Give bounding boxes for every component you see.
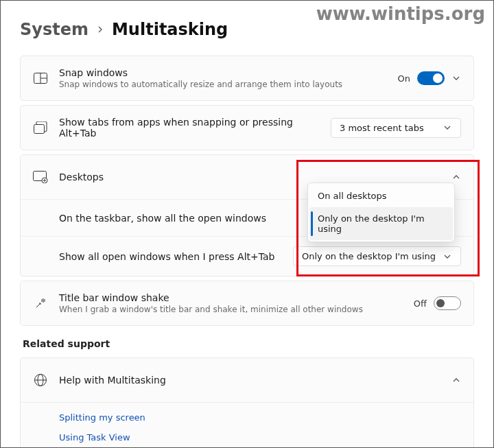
desktops-alttab-selected: Only on the desktop I'm using bbox=[302, 251, 436, 261]
chevron-down-icon[interactable] bbox=[451, 73, 461, 83]
menu-option-all-desktops[interactable]: On all desktops bbox=[309, 185, 453, 207]
breadcrumb-current: Multitasking bbox=[112, 20, 228, 39]
desktops-alttab-label: Show all open windows when I press Alt+T… bbox=[59, 251, 293, 262]
show-tabs-dropdown[interactable]: 3 most recent tabs bbox=[331, 118, 461, 138]
desktops-card: Desktops On the taskbar, show all the op… bbox=[20, 154, 474, 276]
globe-help-icon bbox=[33, 373, 48, 388]
help-multitasking-title: Help with Multitasking bbox=[59, 375, 440, 386]
show-tabs-selected: 3 most recent tabs bbox=[340, 123, 424, 133]
desktops-icon bbox=[33, 169, 48, 185]
chevron-up-icon[interactable] bbox=[451, 172, 461, 182]
svg-rect-3 bbox=[34, 125, 45, 134]
snap-toggle-label: On bbox=[398, 73, 410, 84]
desktops-title: Desktops bbox=[59, 172, 440, 182]
snap-windows-title: Snap windows bbox=[59, 67, 387, 78]
desktops-taskbar-dropdown-menu: On all desktops Only on the desktop I'm … bbox=[307, 182, 455, 242]
chevron-down-icon bbox=[443, 123, 452, 132]
chevron-down-icon bbox=[443, 252, 452, 261]
show-tabs-card: Show tabs from apps when snapping or pre… bbox=[20, 105, 474, 150]
tabs-icon bbox=[33, 120, 48, 135]
desktops-alttab-dropdown[interactable]: Only on the desktop I'm using bbox=[293, 246, 461, 266]
shake-desc: When I grab a window's title bar and sha… bbox=[59, 305, 403, 314]
settings-page: System Multitasking Snap windows Snap wi… bbox=[1, 1, 493, 448]
shake-toggle[interactable] bbox=[434, 296, 461, 310]
snap-layouts-icon bbox=[33, 71, 48, 86]
snap-windows-toggle[interactable] bbox=[417, 71, 445, 85]
shake-icon bbox=[33, 296, 48, 311]
link-splitting-screen[interactable]: Splitting my screen bbox=[59, 412, 461, 423]
show-tabs-title: Show tabs from apps when snapping or pre… bbox=[59, 117, 320, 139]
menu-option-only-current[interactable]: Only on the desktop I'm using bbox=[309, 207, 453, 240]
link-using-task-view[interactable]: Using Task View bbox=[59, 432, 461, 443]
breadcrumb-parent[interactable]: System bbox=[20, 20, 89, 39]
chevron-right-icon bbox=[95, 25, 105, 34]
snap-windows-desc: Snap windows to automatically resize and… bbox=[59, 80, 387, 89]
breadcrumb: System Multitasking bbox=[20, 20, 474, 39]
help-multitasking-card: Help with Multitasking Splitting my scre… bbox=[20, 357, 474, 448]
shake-toggle-label: Off bbox=[414, 298, 427, 309]
related-support-heading: Related support bbox=[23, 338, 471, 349]
shake-title: Title bar window shake bbox=[59, 292, 403, 303]
desktops-taskbar-label: On the taskbar, show all the open window… bbox=[59, 213, 324, 224]
snap-windows-card: Snap windows Snap windows to automatical… bbox=[20, 56, 474, 101]
chevron-up-icon[interactable] bbox=[451, 375, 461, 385]
title-bar-shake-card: Title bar window shake When I grab a win… bbox=[20, 281, 474, 326]
